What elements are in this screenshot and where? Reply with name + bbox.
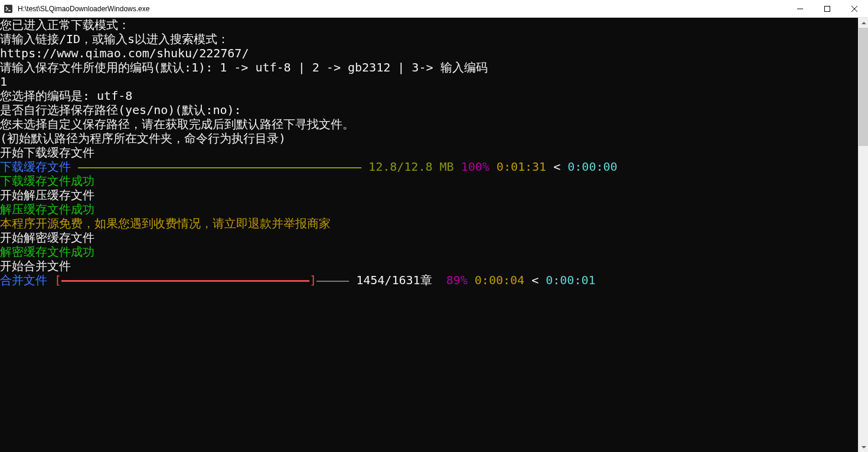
progress-label: 下载缓存文件 [0,160,78,174]
output-line: 开始解压缓存文件 [0,188,94,202]
vertical-scrollbar[interactable] [858,18,868,452]
progress-elapsed: 0:01:31 [497,160,546,174]
bracket-icon: [ [54,273,61,287]
output-line: 是否自行选择保存路径(yes/no)(默认:no): [0,103,242,117]
progress-remaining: 0:00:00 [567,160,617,174]
progress-bar-empty [316,281,349,282]
progress-separator: < [546,160,567,174]
titlebar[interactable]: H:\test\SLQimaoDownloaderWindows.exe [0,0,868,18]
output-line: 开始解密缓存文件 [0,230,94,245]
progress-separator: < [524,273,546,287]
output-line: 您选择的编码是: utf-8 [0,89,132,103]
progress-bar-fill [61,280,309,282]
progress-size: 12.8/12.8 MB [368,160,454,174]
svg-marker-7 [862,446,866,448]
output-line: 解密缓存文件成功 [0,245,94,259]
output-line: 请输入保存文件所使用的编码(默认:1): 1 -> utf-8 | 2 -> g… [0,60,488,74]
progress-percent: 100% [461,160,490,174]
terminal-output[interactable]: 您已进入正常下载模式： 请输入链接/ID，或输入s以进入搜索模式： https:… [0,18,858,452]
output-line: 您未选择自定义保存路径，请在获取完成后到默认路径下寻找文件。 [0,117,354,131]
output-line: 您已进入正常下载模式： [0,18,130,32]
minimize-button[interactable] [787,0,814,18]
bracket-icon: ] [309,273,316,287]
progress-bar-fill [78,167,361,168]
svg-rect-3 [825,6,830,11]
progress-remaining: 0:00:01 [546,273,595,287]
output-line: 开始下载缓存文件 [0,145,94,160]
scroll-down-arrow-icon[interactable] [859,442,868,452]
progress-percent: 89% [439,273,468,287]
output-line: 下载缓存文件成功 [0,174,94,188]
window-content: 您已进入正常下载模式： 请输入链接/ID，或输入s以进入搜索模式： https:… [0,18,868,452]
maximize-button[interactable] [814,0,841,18]
progress-count: 1454/1631章 [349,273,439,287]
output-line: 开始合并文件 [0,259,71,273]
output-line: https://www.qimao.com/shuku/222767/ [0,46,249,60]
app-icon [4,4,13,14]
window-title: H:\test\SLQimaoDownloaderWindows.exe [17,5,787,13]
output-line: 1 [0,74,7,89]
output-line: 本程序开源免费，如果您遇到收费情况，请立即退款并举报商家 [0,216,331,230]
svg-marker-6 [862,22,866,24]
console-window: H:\test\SLQimaoDownloaderWindows.exe 您已进… [0,0,868,452]
progress-label: 合并文件 [0,273,54,287]
scroll-up-arrow-icon[interactable] [859,18,868,28]
window-controls [787,0,868,18]
close-button[interactable] [841,0,868,18]
output-line: (初始默认路径为程序所在文件夹，命令行为执行目录) [0,131,286,145]
output-line: 请输入链接/ID，或输入s以进入搜索模式： [0,32,229,46]
scrollbar-thumb[interactable] [859,28,868,146]
progress-elapsed: 0:00:04 [468,273,524,287]
output-line: 解压缓存文件成功 [0,202,94,216]
